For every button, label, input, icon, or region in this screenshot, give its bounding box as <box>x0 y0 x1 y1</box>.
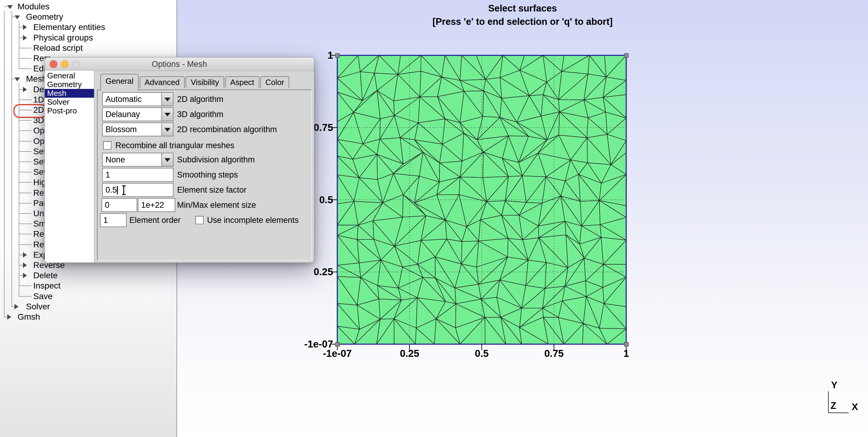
tree-item-save[interactable]: Save <box>0 291 177 301</box>
tab-advanced[interactable]: Advanced <box>140 76 185 88</box>
tree-item-inspect[interactable]: Inspect <box>0 281 177 291</box>
tree-connector <box>19 286 31 286</box>
collapse-arrow-icon[interactable] <box>23 252 27 258</box>
tree-connector <box>19 48 31 49</box>
x-axis-tick-label: 0.25 <box>379 348 440 359</box>
tree-item-gmsh[interactable]: Gmsh <box>0 312 177 322</box>
input-value: 1 <box>101 214 108 227</box>
collapse-arrow-icon[interactable] <box>14 304 19 310</box>
category-item-geometry[interactable]: Geometry <box>45 80 94 89</box>
tree-item-physical-groups[interactable]: Physical groups <box>0 33 177 43</box>
tree-connector <box>19 234 31 234</box>
chevron-down-icon <box>164 128 170 132</box>
chevron-down-icon <box>164 158 170 162</box>
field-label-min-max-element-size: Min/Max element size <box>177 198 256 212</box>
tree-item-label: Mesh <box>26 74 46 84</box>
input-value: 0.5 <box>103 183 117 196</box>
category-item-mesh[interactable]: Mesh <box>45 89 94 98</box>
tree-connector <box>19 141 31 142</box>
category-item-post-pro[interactable]: Post-pro <box>45 107 94 115</box>
collapse-arrow-icon[interactable] <box>23 25 27 30</box>
dropdown-3d-algorithm[interactable]: Delaunay <box>102 107 174 121</box>
tab-visibility[interactable]: Visibility <box>186 76 224 88</box>
zoom-button[interactable] <box>72 60 80 68</box>
x-axis-tick-label: 1 <box>596 348 656 359</box>
dropdown-arrow-button[interactable] <box>161 153 173 166</box>
input-max-element-size[interactable]: 1e+22 <box>138 198 175 212</box>
tree-item-modules[interactable]: Modules <box>0 1 177 12</box>
close-button[interactable] <box>50 60 57 68</box>
tree-item-solver[interactable]: Solver <box>0 301 177 312</box>
dropdown-arrow-button[interactable] <box>161 123 173 136</box>
tree-item-label: Geometry <box>26 12 63 22</box>
category-item-general[interactable]: General <box>45 71 94 80</box>
collapse-arrow-icon[interactable] <box>7 314 11 320</box>
dropdown-arrow-button[interactable] <box>161 93 173 106</box>
dialog-titlebar[interactable]: Options - Mesh <box>45 57 314 71</box>
dropdown-2d-algorithm[interactable]: Automatic <box>102 92 174 106</box>
input-value: 0 <box>102 199 110 211</box>
dropdown-2d-recombination-algorithm[interactable]: Blossom <box>102 122 174 136</box>
triad-x-axis-line <box>828 412 849 413</box>
dropdown-value: Delaunay <box>103 108 140 121</box>
tree-connector <box>19 151 31 152</box>
tree-item-reload-script[interactable]: Reload script <box>0 43 177 53</box>
tree-item-label: Delete <box>33 270 58 281</box>
expand-arrow-icon[interactable] <box>14 16 20 19</box>
tree-item-label: Modules <box>18 1 50 12</box>
input-smoothing-steps[interactable]: 1 <box>102 168 174 182</box>
checkbox-recombine-all-triangular-meshes[interactable] <box>103 141 112 150</box>
tree-connector <box>19 255 23 255</box>
tree-item-label: Physical groups <box>33 33 93 43</box>
expand-arrow-icon[interactable] <box>7 5 13 9</box>
input-element-size-factor[interactable]: 0.5 <box>102 183 174 197</box>
tree-connector <box>19 162 31 162</box>
tree-connector <box>19 265 23 265</box>
chevron-down-icon <box>164 113 170 116</box>
annotation-ellipse-2d <box>13 104 47 118</box>
mesh-surface[interactable] <box>328 52 632 355</box>
y-axis-tick-label: 0.25 <box>289 266 333 278</box>
tree-item-label: Elementary entities <box>33 22 105 32</box>
tree-connector <box>19 172 31 172</box>
triad-y-label: Y <box>831 380 837 391</box>
tab-aspect[interactable]: Aspect <box>225 76 259 88</box>
tree-connector <box>19 58 31 59</box>
tab-general[interactable]: General <box>100 74 139 91</box>
dropdown-value: None <box>103 153 125 166</box>
selection-hint: Select surfaces [Press 'e' to end select… <box>177 2 868 28</box>
tree-connector <box>19 120 31 121</box>
triad-y-axis-line <box>828 391 829 412</box>
field-label-2d-algorithm: 2D algorithm <box>177 92 223 106</box>
tree-item-label: Set <box>33 167 46 177</box>
collapse-arrow-icon[interactable] <box>23 35 27 40</box>
dropdown-subdivision-algorithm[interactable]: None <box>102 153 174 167</box>
gmsh-window: Select surfaces [Press 'e' to end select… <box>0 0 868 437</box>
input-min-element-size[interactable]: 0 <box>101 198 137 212</box>
tree-item-label: Save <box>33 291 53 301</box>
collapse-arrow-icon[interactable] <box>23 262 27 268</box>
triad-x-label: X <box>852 402 858 412</box>
tree-rail <box>11 11 12 307</box>
ibeam-cursor-icon <box>122 185 126 195</box>
tree-item-label: Gmsh <box>18 312 40 322</box>
tree-connector <box>19 224 31 224</box>
tree-connector <box>19 182 31 183</box>
tree-connector <box>19 68 31 69</box>
tree-item-elementary-entities[interactable]: Elementary entities <box>0 22 177 32</box>
tree-item-label: Inspect <box>33 281 60 291</box>
tree-item-geometry[interactable]: Geometry <box>0 12 177 22</box>
tree-item-delete[interactable]: Delete <box>0 270 177 281</box>
collapse-arrow-icon[interactable] <box>23 87 27 92</box>
tree-connector <box>19 213 31 214</box>
tree-rail <box>19 21 19 69</box>
checkbox-use-incomplete-elements[interactable] <box>195 216 204 224</box>
expand-arrow-icon[interactable] <box>14 78 20 81</box>
tab-color[interactable]: Color <box>260 76 289 88</box>
tree-rail <box>4 11 4 317</box>
category-item-solver[interactable]: Solver <box>45 98 94 107</box>
collapse-arrow-icon[interactable] <box>23 273 27 278</box>
input-element-order[interactable]: 1 <box>100 213 127 227</box>
dropdown-arrow-button[interactable] <box>161 108 173 121</box>
minimize-button[interactable] <box>61 60 69 68</box>
